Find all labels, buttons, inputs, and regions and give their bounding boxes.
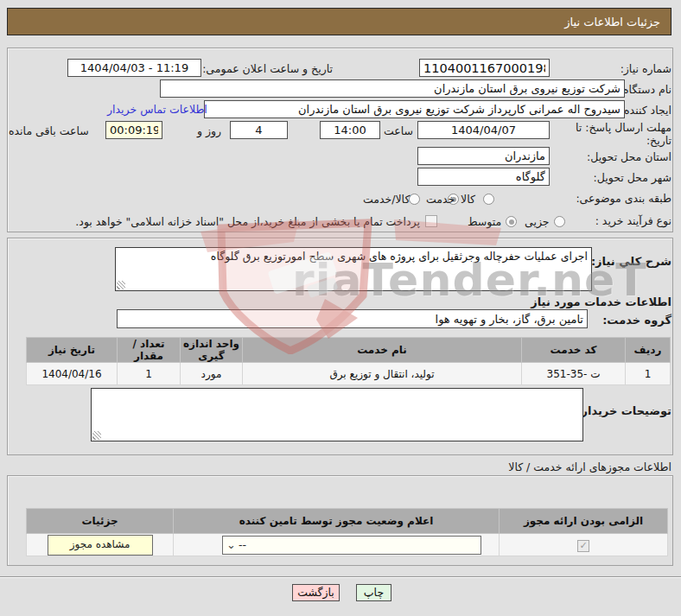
- cell-need-date: 1404/04/16: [27, 363, 118, 385]
- col-row-number: ردیف: [626, 338, 671, 363]
- deadline-label-line1: مهلت ارسال پاسخ: تا: [576, 121, 671, 134]
- col-quantity: تعداد / مقدار: [118, 338, 181, 363]
- buyer-notes-textarea[interactable]: [91, 388, 583, 441]
- deadline-label: مهلت ارسال پاسخ: تا تاریخ:: [559, 121, 671, 147]
- purchase-process-label: نوع فرآیند خرید :: [595, 214, 671, 227]
- service-group-label: گروه خدمت:: [602, 314, 671, 327]
- chevron-down-icon: ⌄: [226, 537, 236, 554]
- col-unit: واحد اندازه گیری: [181, 338, 243, 363]
- need-number-field[interactable]: [419, 59, 550, 77]
- delivery-province-field[interactable]: [417, 147, 550, 165]
- delivery-city-field[interactable]: [417, 168, 550, 186]
- permits-header-row: الزامی بودن ارائه مجوز اعلام وضعیت مجوز …: [27, 509, 668, 534]
- buyer-notes-label: توضیحات خریدار:: [576, 404, 671, 417]
- need-number-label: شماره نیاز:: [621, 62, 671, 75]
- need-description-textarea[interactable]: اجرای عملیات حفرچاله وجرثقیل برای پروژه …: [115, 247, 592, 291]
- permit-required-checkbox[interactable]: ✓: [577, 540, 589, 552]
- print-button[interactable]: چاپ: [356, 584, 391, 601]
- days-and-label: روز و: [197, 124, 221, 137]
- cell-permit-status: ⌄ --: [174, 534, 500, 556]
- remaining-time-field[interactable]: [105, 121, 162, 139]
- permits-heading: اطلاعات مجوزهای ارائه خدمت / کالا: [508, 460, 671, 473]
- col-permit-required: الزامی بودن ارائه مجوز: [500, 509, 668, 534]
- category-option-goods-service: کالا/خدمت: [363, 193, 410, 206]
- creator-field[interactable]: [204, 100, 625, 118]
- page-title: جزئیات اطلاعات نیاز: [7, 8, 671, 35]
- announce-datetime-label: تاریخ و ساعت اعلان عمومی:: [202, 62, 333, 75]
- announce-datetime-field[interactable]: [67, 59, 201, 77]
- remaining-hours-label: ساعت باقی مانده: [9, 124, 89, 137]
- cell-permit-required: ✓: [500, 534, 668, 556]
- subject-category-label: طبقه بندی موضوعی:: [576, 192, 671, 205]
- cell-permit-details: مشاهده مجوز: [27, 534, 174, 556]
- process-option-medium: متوسط: [468, 215, 501, 228]
- need-description-label: شرح کلي نیاز:: [591, 255, 671, 268]
- category-radio-goods-service[interactable]: [409, 194, 420, 205]
- services-table: ردیف کد خدمت نام خدمت واحد اندازه گیری ت…: [26, 337, 671, 385]
- cell-quantity: 1: [118, 363, 181, 385]
- col-permit-details: جزئیات: [27, 509, 174, 534]
- process-radio-minor[interactable]: [554, 216, 565, 227]
- col-service-name: نام خدمت: [243, 338, 522, 363]
- col-need-date: تاریخ نیاز: [27, 338, 118, 363]
- process-option-minor: جزیی: [525, 215, 550, 228]
- category-radio-goods[interactable]: [483, 194, 494, 205]
- permits-table-row: ✓ ⌄ -- مشاهده مجوز: [27, 534, 668, 556]
- deadline-date-field[interactable]: [417, 121, 550, 139]
- cell-row-number: 1: [626, 363, 671, 385]
- delivery-province-label: استان محل تحویل:: [587, 150, 671, 163]
- treasury-note-label: پرداخت تمام یا بخشی از مبلغ خرید،از محل …: [75, 215, 420, 228]
- need-details-page: جزئیات اطلاعات نیاز شماره نیاز: تاریخ و …: [0, 0, 681, 616]
- deadline-label-line2: تاریخ:: [646, 134, 671, 147]
- process-radio-medium[interactable]: [506, 216, 517, 227]
- col-permit-status: اعلام وضعیت مجوز توسط تامین کننده: [174, 509, 500, 534]
- buyer-org-field[interactable]: [160, 79, 625, 98]
- permit-status-select[interactable]: ⌄ --: [222, 536, 481, 555]
- remaining-days-field[interactable]: [230, 121, 288, 139]
- services-table-row: 1 351-35- ت تولید، انتقال و توزیع برق مو…: [27, 363, 671, 385]
- treasury-checkbox[interactable]: [425, 215, 437, 227]
- cell-unit: مورد: [181, 363, 243, 385]
- service-group-field[interactable]: [117, 309, 588, 328]
- delivery-city-label: شهر محل تحویل:: [594, 171, 671, 184]
- check-icon: ✓: [579, 540, 587, 551]
- back-button[interactable]: بازگشت: [292, 584, 340, 601]
- deadline-hour-label: ساعت: [384, 124, 413, 137]
- permits-table: الزامی بودن ارائه مجوز اعلام وضعیت مجوز …: [26, 508, 668, 556]
- cell-service-name: تولید، انتقال و توزیع برق: [243, 363, 522, 385]
- category-option-goods: کالا: [461, 193, 475, 206]
- buyer-contact-link[interactable]: اطلاعات تماس خریدار: [107, 103, 207, 116]
- deadline-time-field[interactable]: [320, 121, 380, 139]
- footer-divider-highlight: [0, 577, 681, 578]
- permit-status-value: --: [239, 538, 246, 551]
- services-heading: اطلاعات خدمات مورد نیاز: [531, 295, 671, 308]
- category-option-service: خدمت: [426, 193, 455, 206]
- view-permit-button[interactable]: مشاهده مجوز: [48, 535, 153, 556]
- services-header-row: ردیف کد خدمت نام خدمت واحد اندازه گیری ت…: [27, 338, 671, 363]
- cell-service-code: 351-35- ت: [522, 363, 626, 385]
- col-service-code: کد خدمت: [522, 338, 626, 363]
